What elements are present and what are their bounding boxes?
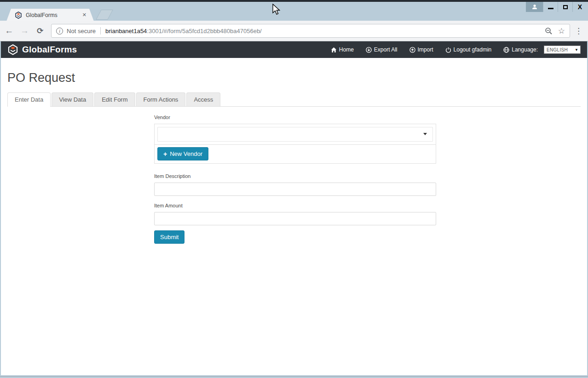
- info-icon[interactable]: i: [56, 28, 63, 34]
- nav-item-label: Logout gfadmin: [454, 46, 492, 53]
- browser-window: GlobalForms ✕ X ← → ⟳ i Not secure brian…: [0, 0, 588, 378]
- bookmark-star-icon[interactable]: ☆: [558, 26, 565, 36]
- nav-item-label: Import: [418, 46, 433, 53]
- new-vendor-button-label: New Vendor: [170, 150, 202, 157]
- url-host: brianbanet1a54: [105, 28, 147, 34]
- window-bottom-edge: [0, 376, 588, 378]
- nav-item-logout[interactable]: Logout gfadmin: [445, 46, 492, 53]
- power-icon: [445, 47, 451, 53]
- chevron-down-icon: [423, 133, 427, 135]
- item-amount-field: Item Amount: [154, 203, 436, 225]
- nav-item-label: Language:: [512, 46, 538, 53]
- import-icon: [409, 47, 415, 53]
- omnibox-divider: [100, 27, 101, 34]
- maximize-icon: [563, 5, 568, 9]
- submit-button-label: Submit: [160, 234, 179, 241]
- item-description-input[interactable]: [154, 183, 436, 196]
- tab-close-icon[interactable]: ✕: [81, 11, 87, 19]
- tab-form-actions[interactable]: Form Actions: [136, 92, 186, 106]
- url-path: :3001/#/form/5a5fcd1d2bbb480ba47056eb/: [147, 28, 261, 34]
- tab-title: GlobalForms: [26, 12, 81, 18]
- minimize-button[interactable]: [543, 2, 558, 12]
- zoom-out-icon[interactable]: [545, 27, 553, 35]
- browser-tab[interactable]: GlobalForms ✕: [6, 9, 94, 21]
- nav-item-export-all[interactable]: Export All: [366, 46, 398, 53]
- item-description-field: Item Description: [154, 173, 436, 196]
- maximize-button[interactable]: [558, 2, 572, 12]
- po-request-form: Vendor + New Vendor: [154, 107, 436, 244]
- item-amount-label: Item Amount: [154, 203, 436, 208]
- export-icon: [366, 47, 372, 53]
- plus-icon: +: [163, 151, 167, 157]
- browser-toolbar: ← → ⟳ i Not secure brianbanet1a54:3001/#…: [0, 21, 588, 41]
- refresh-icon: ⟳: [37, 26, 43, 36]
- item-amount-input[interactable]: [154, 212, 436, 225]
- refresh-button[interactable]: ⟳: [34, 24, 46, 37]
- address-bar[interactable]: i Not secure brianbanet1a54:3001/#/form/…: [51, 24, 570, 38]
- select-arrow-icon: ▼: [573, 46, 580, 53]
- home-icon: [331, 47, 337, 53]
- vendor-panel: + New Vendor: [154, 124, 436, 164]
- page-title: PO Request: [7, 71, 581, 85]
- tab-edit-form[interactable]: Edit Form: [94, 92, 135, 106]
- app-navbar: GlobalForms Home Export All: [1, 41, 587, 58]
- minimize-icon: [548, 8, 553, 9]
- new-tab-button[interactable]: [96, 10, 113, 20]
- security-label: Not secure: [67, 28, 96, 34]
- item-description-label: Item Description: [154, 173, 436, 179]
- nav-item-import[interactable]: Import: [409, 46, 433, 53]
- language-select[interactable]: ENGLISH ▼: [544, 46, 581, 54]
- vendor-label: Vendor: [154, 115, 436, 120]
- nav-item-label: Export All: [374, 46, 398, 53]
- nav-item-home[interactable]: Home: [331, 46, 354, 53]
- forward-button[interactable]: →: [18, 24, 31, 37]
- app-brand[interactable]: GlobalForms: [7, 44, 77, 55]
- url-text: brianbanet1a54:3001/#/form/5a5fcd1d2bbb4…: [105, 28, 541, 34]
- page-content: PO Request Enter Data View Data Edit For…: [1, 71, 587, 244]
- globalforms-logo-icon: [7, 44, 18, 55]
- app-brand-name: GlobalForms: [22, 45, 77, 55]
- tab-access[interactable]: Access: [186, 92, 220, 106]
- back-button[interactable]: ←: [3, 24, 16, 37]
- vendor-select[interactable]: [157, 127, 433, 142]
- form-tabs: Enter Data View Data Edit Form Form Acti…: [7, 92, 581, 107]
- tab-enter-data[interactable]: Enter Data: [7, 92, 51, 107]
- browser-titlebar: GlobalForms ✕ X: [0, 2, 588, 21]
- language-selected-value: ENGLISH: [544, 47, 573, 52]
- person-icon: [531, 4, 538, 10]
- profile-button[interactable]: [526, 2, 543, 12]
- submit-button[interactable]: Submit: [154, 230, 184, 244]
- page-viewport: GlobalForms Home Export All: [1, 41, 587, 375]
- browser-menu-icon[interactable]: ⋮: [575, 26, 582, 36]
- favicon-globalforms-icon: [15, 11, 22, 19]
- nav-item-label: Home: [339, 46, 354, 53]
- window-controls: X: [526, 2, 587, 12]
- nav-item-language: Language: ENGLISH ▼: [503, 46, 581, 54]
- new-vendor-button[interactable]: + New Vendor: [157, 147, 208, 160]
- globe-icon: [503, 47, 509, 53]
- close-icon: X: [578, 4, 582, 10]
- mouse-cursor: [271, 4, 281, 16]
- tab-view-data[interactable]: View Data: [52, 92, 93, 106]
- close-button[interactable]: X: [572, 2, 587, 12]
